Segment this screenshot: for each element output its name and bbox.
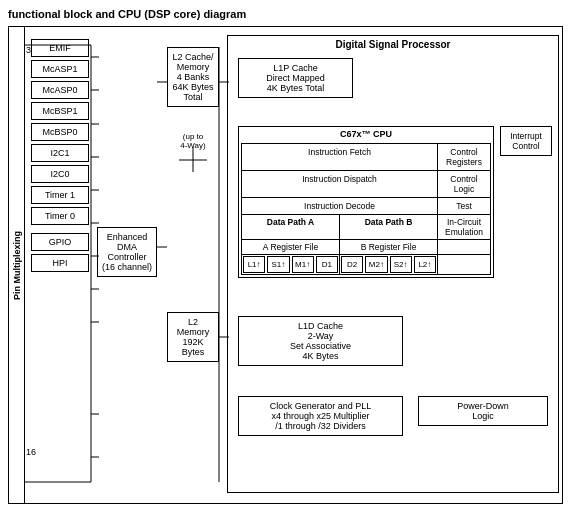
periph-hpi: HPI [31, 254, 89, 272]
cpu-outer-box: C67x™ CPU Instruction Fetch ControlRegis… [238, 126, 494, 278]
dsp-outer-box: Digital Signal Processor L1P Cache Direc… [227, 35, 559, 493]
l2-cache-box: L2 Cache/ Memory 4 Banks 64K Bytes Total [167, 47, 219, 107]
peripheral-blocks: EMIF McASP1 McASP0 McBSP1 McBSP0 I2C1 I2… [31, 39, 89, 275]
instr-dispatch-cell: Instruction Dispatch [242, 171, 438, 197]
l1p-cache-box: L1P Cache Direct Mapped 4K Bytes Total [238, 58, 353, 98]
control-logic-cell: ControlLogic [438, 171, 490, 197]
data-path-b-cell: Data Path B [340, 215, 438, 239]
periph-mcbsp0: McBSP0 [31, 123, 89, 141]
control-registers-cell: ControlRegisters [438, 144, 490, 170]
fu-s2: S2↑ [390, 256, 412, 273]
test-cell: Test [438, 198, 490, 214]
periph-mcasp1: McASP1 [31, 60, 89, 78]
l2-arrow-label: (up to4-Way) [166, 132, 220, 150]
l1d-cache-box: L1D Cache 2-Way Set Associative 4K Bytes [238, 316, 403, 366]
fu-m1: M1↑ [292, 256, 314, 273]
reg-file-row: A Register File B Register File [242, 240, 490, 255]
periph-timer0: Timer 0 [31, 207, 89, 225]
periph-mcbsp1: McBSP1 [31, 102, 89, 120]
fu-m2: M2↑ [365, 256, 387, 273]
reg-file-b-cell: B Register File [340, 240, 438, 254]
instr-fetch-row: Instruction Fetch ControlRegisters [242, 144, 490, 171]
instr-fetch-cell: Instruction Fetch [242, 144, 438, 170]
periph-emif: EMIF [31, 39, 89, 57]
instr-decode-row: Instruction Decode Test [242, 198, 490, 215]
fu-a-group: L1↑ S1↑ M1↑ D1 [242, 255, 340, 274]
in-circuit-cell: In-CircuitEmulation [438, 215, 490, 239]
periph-i2c1: I2C1 [31, 144, 89, 162]
fu-b-group: D2 M2↑ S2↑ L2↑ [340, 255, 438, 274]
reg-file-a-cell: A Register File [242, 240, 340, 254]
data-path-row: Data Path A Data Path B In-CircuitEmulat… [242, 215, 490, 240]
fu-d2: D2 [341, 256, 363, 273]
clock-gen-box: Clock Generator and PLL x4 through x25 M… [238, 396, 403, 436]
cpu-inner: Instruction Fetch ControlRegisters Instr… [241, 143, 491, 275]
periph-timer1: Timer 1 [31, 186, 89, 204]
periph-gpio: GPIO [31, 233, 89, 251]
diagram: Pin Multiplexing 32 16 EMIF McASP1 McASP… [8, 26, 563, 504]
l2-memory-box: L2 Memory 192K Bytes [167, 312, 219, 362]
fu-l2: L2↑ [414, 256, 436, 273]
fu-s1: S1↑ [267, 256, 289, 273]
dma-controller-box: Enhanced DMA Controller (16 channel) [97, 227, 157, 277]
data-path-a-cell: Data Path A [242, 215, 340, 239]
instr-dispatch-row: Instruction Dispatch ControlLogic [242, 171, 490, 198]
instr-decode-cell: Instruction Decode [242, 198, 438, 214]
fu-l1: L1↑ [243, 256, 265, 273]
fu-row: L1↑ S1↑ M1↑ D1 D2 M2↑ S2↑ L2↑ [242, 255, 490, 274]
periph-mcasp0: McASP0 [31, 81, 89, 99]
cpu-label: C67x™ CPU [239, 127, 493, 141]
fu-d1: D1 [316, 256, 338, 273]
pin-multiplexing-label: Pin Multiplexing [9, 27, 25, 503]
interrupt-control-box: InterruptControl [500, 126, 552, 156]
dsp-label: Digital Signal Processor [228, 36, 558, 53]
periph-i2c0: I2C0 [31, 165, 89, 183]
power-down-box: Power-DownLogic [418, 396, 548, 426]
label-16: 16 [26, 447, 36, 457]
page-title: functional block and CPU (DSP core) diag… [8, 8, 565, 20]
